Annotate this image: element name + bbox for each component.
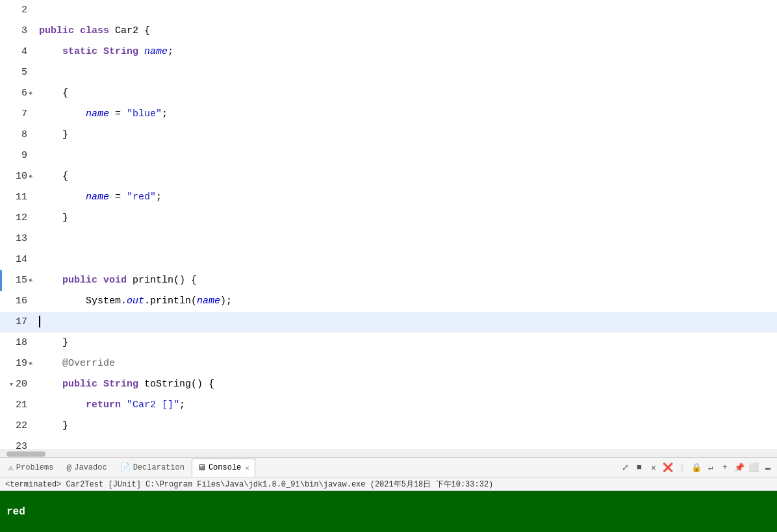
code-line[interactable]: 3public class Car2 { bbox=[0, 21, 777, 42]
code-line[interactable]: 6◈ { bbox=[0, 83, 777, 104]
code-line[interactable]: 17 bbox=[0, 312, 777, 333]
action-maximize[interactable]: ⬜ bbox=[747, 461, 760, 474]
code-line-wrapper: 14 bbox=[0, 249, 777, 270]
code-line[interactable]: 13 bbox=[0, 229, 777, 249]
action-remove-terminated[interactable]: ✕ bbox=[647, 461, 660, 474]
code-content[interactable] bbox=[34, 312, 777, 333]
code-line-wrapper: 21 return "Car2 []"; bbox=[0, 395, 777, 416]
console-tab-close[interactable]: ✕ bbox=[245, 464, 249, 472]
code-line[interactable]: 11 name = "red"; bbox=[0, 187, 777, 208]
code-line[interactable]: 22 } bbox=[0, 416, 777, 437]
code-token bbox=[39, 192, 86, 203]
code-line[interactable]: 7 name = "blue"; bbox=[0, 104, 777, 125]
code-token: public bbox=[62, 275, 103, 286]
action-new-console[interactable]: + bbox=[719, 461, 732, 474]
declaration-icon: 📄 bbox=[120, 462, 131, 473]
code-content[interactable]: public void println() { bbox=[34, 270, 777, 291]
action-remove-all[interactable]: ❌ bbox=[661, 461, 674, 474]
code-content[interactable]: } bbox=[34, 333, 777, 353]
code-line[interactable]: ▾20 public String toString() { bbox=[0, 374, 777, 395]
fold-arrow-icon[interactable]: ▾ bbox=[9, 381, 14, 388]
code-content[interactable]: name = "red"; bbox=[34, 187, 777, 208]
action-separator: | bbox=[676, 461, 689, 474]
code-content[interactable]: return "Car2 []"; bbox=[34, 395, 777, 416]
code-line[interactable]: 2 bbox=[0, 0, 777, 21]
code-line[interactable]: 16 System.out.println(name); bbox=[0, 291, 777, 312]
code-line-wrapper: 6◈ { bbox=[0, 83, 777, 104]
javadoc-icon: @ bbox=[66, 463, 71, 473]
code-line[interactable]: 12 } bbox=[0, 208, 777, 229]
fold-dot-icon[interactable]: ◈ bbox=[29, 166, 32, 187]
tab-javadoc[interactable]: @ Javadoc bbox=[60, 459, 112, 477]
action-pin[interactable]: 📌 bbox=[733, 461, 746, 474]
code-line[interactable]: 18 } bbox=[0, 333, 777, 353]
code-content[interactable]: public class Car2 { bbox=[34, 21, 777, 42]
console-icon: 🖥 bbox=[197, 463, 206, 473]
code-editor[interactable]: 23public class Car2 {4 static String nam… bbox=[0, 0, 777, 450]
line-number: 4 bbox=[0, 42, 34, 62]
line-number: 18 bbox=[0, 333, 34, 353]
line-number: ▾20 bbox=[0, 374, 34, 395]
code-token: public bbox=[39, 25, 80, 36]
code-line[interactable]: 15◈ public void println() { bbox=[0, 270, 777, 291]
code-content[interactable]: static String name; bbox=[34, 42, 777, 62]
code-line[interactable]: 8 } bbox=[0, 125, 777, 146]
code-token: ; bbox=[168, 46, 173, 57]
left-accent-bar bbox=[0, 270, 2, 291]
code-token: { bbox=[39, 171, 68, 182]
fold-dot-icon[interactable]: ◈ bbox=[29, 353, 32, 374]
horizontal-scrollbar[interactable] bbox=[0, 450, 777, 457]
code-line[interactable]: 9 bbox=[0, 146, 777, 166]
code-line-wrapper: ▾20 public String toString() { bbox=[0, 374, 777, 395]
code-content[interactable]: @Override bbox=[34, 353, 777, 374]
scrollbar-thumb[interactable] bbox=[6, 451, 45, 457]
action-scroll-lock[interactable]: 🔒 bbox=[690, 461, 703, 474]
tab-console[interactable]: 🖥 Console ✕ bbox=[192, 459, 255, 477]
code-token bbox=[39, 379, 62, 390]
code-content[interactable]: { bbox=[34, 83, 777, 104]
code-token: @Override bbox=[62, 358, 115, 369]
line-number: 23 bbox=[0, 437, 34, 450]
code-line[interactable]: 14 bbox=[0, 249, 777, 270]
tab-javadoc-label: Javadoc bbox=[74, 463, 107, 472]
code-line[interactable]: 23 bbox=[0, 437, 777, 450]
fold-dot-icon[interactable]: ◈ bbox=[29, 83, 32, 104]
code-line[interactable]: 4 static String name; bbox=[0, 42, 777, 62]
action-open-console[interactable]: ⤢ bbox=[618, 461, 631, 474]
code-line-wrapper: 16 System.out.println(name); bbox=[0, 291, 777, 312]
code-line-wrapper: 4 static String name; bbox=[0, 42, 777, 62]
code-content[interactable]: System.out.println(name); bbox=[34, 291, 777, 312]
tab-console-label: Console bbox=[209, 463, 241, 472]
line-number: 19◈ bbox=[0, 353, 34, 374]
code-line-wrapper: 12 } bbox=[0, 208, 777, 229]
code-token bbox=[39, 275, 62, 286]
code-line-wrapper: 18 } bbox=[0, 333, 777, 353]
code-token: } bbox=[39, 129, 68, 140]
tab-problems-label: Problems bbox=[16, 463, 54, 472]
code-line[interactable]: 5 bbox=[0, 62, 777, 83]
code-content[interactable]: } bbox=[34, 208, 777, 229]
code-token: public bbox=[62, 379, 103, 390]
code-content[interactable]: } bbox=[34, 125, 777, 146]
code-token: return bbox=[86, 399, 127, 411]
code-content[interactable]: public String toString() { bbox=[34, 374, 777, 395]
code-line[interactable]: 21 return "Car2 []"; bbox=[0, 395, 777, 416]
tab-problems[interactable]: ⚠ Problems bbox=[3, 459, 59, 477]
action-stop[interactable]: ■ bbox=[633, 461, 646, 474]
tab-declaration[interactable]: 📄 Declaration bbox=[114, 459, 190, 477]
code-line[interactable]: 19◈ @Override bbox=[0, 353, 777, 374]
code-content[interactable]: name = "blue"; bbox=[34, 104, 777, 125]
code-token: } bbox=[39, 337, 68, 348]
code-content[interactable]: } bbox=[34, 416, 777, 437]
line-number: 8 bbox=[0, 125, 34, 146]
code-content[interactable]: { bbox=[34, 166, 777, 187]
code-line[interactable]: 10◈ { bbox=[0, 166, 777, 187]
fold-dot-icon[interactable]: ◈ bbox=[29, 270, 32, 291]
line-number: 13 bbox=[0, 229, 34, 249]
action-word-wrap[interactable]: ↵ bbox=[704, 461, 717, 474]
line-number: 3 bbox=[0, 21, 34, 42]
action-minimize[interactable]: 🗕 bbox=[761, 461, 774, 474]
code-token: ; bbox=[179, 399, 185, 411]
line-number: 21 bbox=[0, 395, 34, 416]
code-token: name bbox=[86, 108, 109, 120]
